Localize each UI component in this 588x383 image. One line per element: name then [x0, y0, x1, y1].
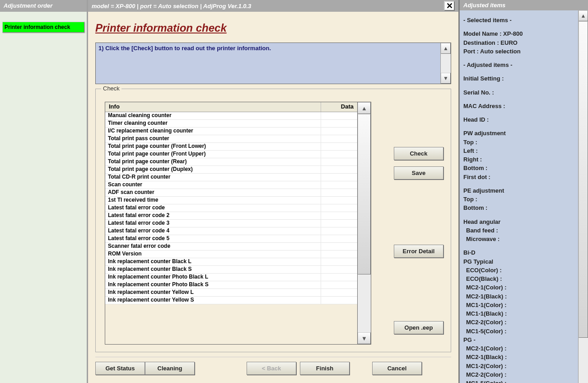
cell-data [321, 120, 357, 127]
check-fieldset: Info Data Manual cleaning counterTimer c… [95, 89, 451, 352]
mc2-2-color: MC2-2(Color) : [463, 319, 574, 326]
cell-info: Total CD-R print counter [105, 174, 321, 181]
cell-info: Latest fatal error code [105, 204, 321, 212]
cell-info: Ink replacement counter Black L [105, 258, 321, 265]
table-row[interactable]: Manual cleaning counter [105, 112, 357, 120]
instruction-scrollbar[interactable]: ▲ ▼ [440, 43, 451, 84]
pw-right: Right : [463, 156, 574, 163]
get-status-button[interactable]: Get Status [95, 362, 145, 375]
finish-button[interactable]: Finish [300, 362, 350, 375]
instruction-text: 1) Click the [Check] button to read out … [98, 45, 271, 52]
table-row[interactable]: Total print page counter (Rear) [105, 158, 357, 166]
close-button[interactable]: ✕ [444, 1, 455, 11]
cell-info: Latest fatal error code 4 [105, 227, 321, 235]
open-eep-button[interactable]: Open .eep [394, 321, 443, 334]
pw-top: Top : [463, 139, 574, 146]
instruction-box: 1) Click the [Check] button to read out … [95, 43, 451, 84]
table-row[interactable]: Latest fatal error code 2 [105, 212, 357, 220]
table-row[interactable]: Total print pass counter [105, 135, 357, 143]
error-detail-button[interactable]: Error Detail [394, 245, 443, 258]
table-row[interactable]: Ink replacement counter Yellow S [105, 297, 357, 304]
cell-info: 1st TI received time [105, 197, 321, 204]
cell-data [321, 243, 357, 250]
table-row[interactable]: Latest fatal error code 3 [105, 220, 357, 227]
cell-data [321, 158, 357, 165]
pg2-mc2-2-color: MC2-2(Color) : [463, 371, 574, 378]
pg-dash: PG - [463, 336, 574, 344]
cancel-button[interactable]: Cancel [372, 362, 422, 375]
table-row[interactable]: I/C replacement cleaning counter [105, 128, 357, 135]
table-area: Info Data Manual cleaning counterTimer c… [105, 102, 376, 345]
table-row[interactable]: Timer cleaning counter [105, 120, 357, 128]
table-header: Info Data [105, 102, 357, 112]
cell-data [321, 135, 357, 142]
table-row[interactable]: Total print page counter (Front Upper) [105, 151, 357, 158]
table-row[interactable]: Scan counter [105, 181, 357, 189]
scroll-thumb[interactable] [579, 21, 588, 338]
cell-info: Latest fatal error code 5 [105, 235, 321, 242]
cell-data [321, 297, 357, 304]
scroll-up-icon[interactable]: ▲ [441, 43, 451, 54]
center-header-title: model = XP-800 | port = Auto selection |… [92, 3, 251, 9]
pw-left: Left : [463, 147, 574, 155]
port: Port : Auto selection [463, 48, 574, 55]
cell-data [321, 251, 357, 258]
cell-info: Ink replacement counter Black S [105, 266, 321, 273]
pw-bottom: Bottom : [463, 165, 574, 172]
cell-info: Total print pass counter [105, 135, 321, 142]
table-row[interactable]: Scanner fatal error code [105, 243, 357, 251]
scroll-down-icon[interactable]: ▼ [358, 332, 371, 344]
pw-first-dot: First dot : [463, 174, 574, 181]
cell-info: Scan counter [105, 181, 321, 189]
table-row[interactable]: Ink replacement counter Yellow L [105, 289, 357, 297]
table-row[interactable]: ROM Version [105, 251, 357, 258]
serial-no: Serial No. : [463, 89, 574, 96]
cell-info: Total print page counter (Rear) [105, 158, 321, 165]
table-row[interactable]: 1st TI received time [105, 197, 357, 204]
head-angular: Head angular [463, 218, 574, 226]
scroll-down-icon[interactable]: ▼ [441, 73, 451, 84]
scroll-up-icon[interactable]: ▲ [579, 10, 588, 21]
cell-data [321, 166, 357, 173]
cell-info: Ink replacement counter Yellow S [105, 297, 321, 304]
destination: Destination : EURO [463, 39, 574, 47]
table-row[interactable]: Latest fatal error code 5 [105, 235, 357, 243]
table-rows: Manual cleaning counterTimer cleaning co… [105, 112, 357, 304]
table-row[interactable]: Latest fatal error code [105, 204, 357, 212]
save-button[interactable]: Save [394, 166, 443, 180]
table-scrollbar[interactable]: ▲ ▼ [358, 102, 371, 345]
table-row[interactable]: Ink replacement counter Photo Black L [105, 274, 357, 281]
table-row[interactable]: Total print page counter (Front Lower) [105, 143, 357, 151]
table-row[interactable]: Total print page counter (Duplex) [105, 166, 357, 174]
back-button[interactable]: < Back [247, 362, 296, 375]
pg2-mc2-1-color: MC2-1(Color) : [463, 345, 574, 352]
cell-info: ADF scan counter [105, 189, 321, 196]
check-button[interactable]: Check [394, 147, 443, 160]
pe-top: Top : [463, 196, 574, 203]
info-table: Info Data Manual cleaning counterTimer c… [105, 102, 358, 345]
table-row[interactable]: Ink replacement counter Black S [105, 266, 357, 274]
cell-data [321, 143, 357, 150]
table-row[interactable]: Latest fatal error code 4 [105, 227, 357, 235]
table-row[interactable]: Total CD-R print counter [105, 174, 357, 181]
table-row[interactable]: Ink replacement counter Black L [105, 258, 357, 266]
footer-row: Get Status Cleaning < Back Finish Cancel [95, 357, 451, 378]
scroll-thumb[interactable] [358, 114, 371, 274]
table-row[interactable]: Ink replacement counter Photo Black S [105, 281, 357, 289]
cleaning-button[interactable]: Cleaning [145, 362, 195, 375]
pg-typical: PG Typical [463, 258, 574, 265]
cell-data [321, 281, 357, 288]
right-scrollbar[interactable]: ▲ ▼ [578, 10, 588, 383]
cell-info: Manual cleaning counter [105, 112, 321, 119]
eco-black: ECO(Black) : [463, 275, 574, 283]
cell-data [321, 197, 357, 204]
eco-color: ECO(Color) : [463, 267, 574, 274]
table-row[interactable]: ADF scan counter [105, 189, 357, 197]
adjustment-order-item[interactable]: Printer information check [2, 22, 84, 33]
bi-d: Bi-D [463, 249, 574, 256]
cell-data [321, 151, 357, 158]
scroll-up-icon[interactable]: ▲ [358, 102, 371, 114]
mc2-1-color: MC2-1(Color) : [463, 284, 574, 291]
mc1-5-color: MC1-5(Color) : [463, 328, 574, 335]
left-panel-header: Adjustment order [0, 0, 87, 12]
